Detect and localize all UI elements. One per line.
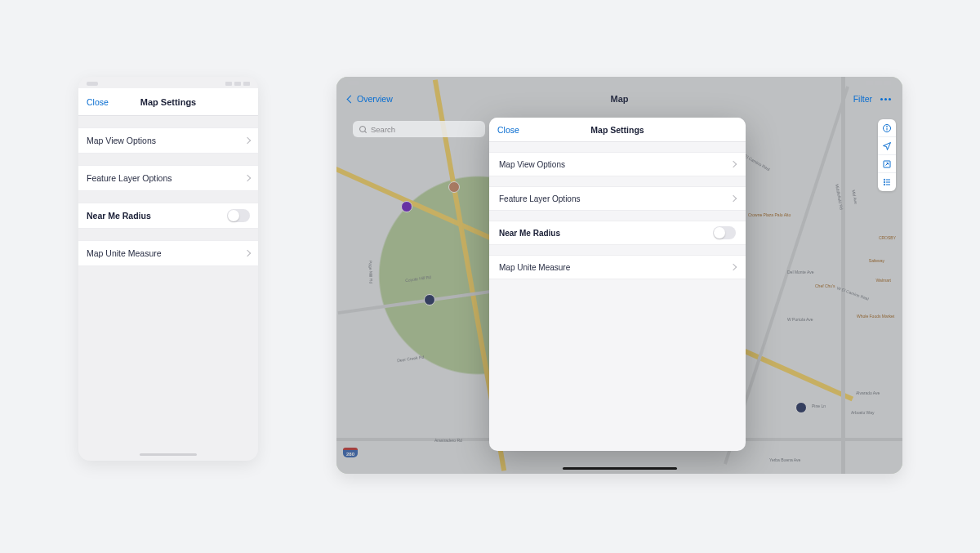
row-label: Map Unite Measure xyxy=(499,263,570,272)
chevron-right-icon xyxy=(730,195,737,202)
info-button[interactable] xyxy=(878,119,896,137)
row-label: Map View Options xyxy=(87,136,156,145)
row-near-me-radius: Near Me Radius xyxy=(489,221,746,245)
phone-frame: Close Map Settings Map View Options Feat… xyxy=(78,77,258,461)
popover-title: Map Settings xyxy=(489,125,746,135)
near-me-toggle[interactable] xyxy=(227,209,250,222)
status-indicators xyxy=(225,82,250,86)
page-title: Map xyxy=(336,94,902,104)
fullscreen-button[interactable] xyxy=(878,155,896,173)
row-label: Map View Options xyxy=(499,160,565,169)
chevron-left-icon xyxy=(347,95,355,103)
svg-point-2 xyxy=(887,126,888,127)
back-button[interactable]: Overview xyxy=(348,94,393,104)
row-map-unit-measure[interactable]: Map Unite Measure xyxy=(489,255,746,279)
phone-navbar: Close Map Settings xyxy=(78,88,258,116)
tablet-status-bar xyxy=(336,77,902,88)
svg-point-4 xyxy=(884,179,885,181)
status-time-pill xyxy=(87,82,98,86)
row-label: Near Me Radius xyxy=(499,229,560,238)
near-me-toggle[interactable] xyxy=(713,226,736,239)
row-label: Near Me Radius xyxy=(87,211,151,221)
popover-navbar: Close Map Settings xyxy=(489,118,746,142)
settings-list: Map View Options Feature Layer Options N… xyxy=(78,116,258,266)
close-button[interactable]: Close xyxy=(497,125,519,135)
filter-button[interactable]: Filter xyxy=(853,94,872,104)
search-icon xyxy=(359,126,367,133)
row-label: Feature Layer Options xyxy=(499,194,581,203)
tablet-frame: Coyote Hill Rd Deer Creek Rd Page Mill R… xyxy=(336,77,902,474)
more-icon[interactable] xyxy=(880,98,891,100)
chevron-right-icon xyxy=(730,161,737,167)
search-placeholder: Search xyxy=(371,125,395,134)
chevron-right-icon xyxy=(244,137,251,144)
search-input[interactable]: Search xyxy=(353,121,485,137)
svg-point-6 xyxy=(884,181,885,183)
status-time-pill xyxy=(348,81,359,85)
navbar-right: Filter xyxy=(853,94,891,104)
chevron-right-icon xyxy=(244,175,251,181)
row-label: Feature Layer Options xyxy=(87,173,172,183)
row-feature-layer-options[interactable]: Feature Layer Options xyxy=(489,186,746,211)
back-label: Overview xyxy=(357,94,393,104)
map-settings-popover: Close Map Settings Map View Options Feat… xyxy=(489,118,746,451)
legend-button[interactable] xyxy=(878,173,896,191)
row-label: Map Unite Measure xyxy=(87,248,162,258)
settings-list: Map View Options Feature Layer Options N… xyxy=(489,142,746,279)
row-near-me-radius: Near Me Radius xyxy=(78,203,258,229)
close-button[interactable]: Close xyxy=(87,97,109,107)
row-map-view-options[interactable]: Map View Options xyxy=(78,127,258,154)
row-map-unit-measure[interactable]: Map Unite Measure xyxy=(78,240,258,266)
map-tool-panel xyxy=(878,119,896,191)
row-map-view-options[interactable]: Map View Options xyxy=(489,152,746,176)
status-indicators xyxy=(866,81,891,85)
home-indicator xyxy=(563,467,677,470)
row-feature-layer-options[interactable]: Feature Layer Options xyxy=(78,165,258,191)
chevron-right-icon xyxy=(244,250,251,256)
home-indicator xyxy=(140,453,197,456)
chevron-right-icon xyxy=(730,264,737,270)
svg-point-8 xyxy=(884,184,885,185)
tablet-navbar: Overview Map Filter xyxy=(336,88,902,109)
locate-me-button[interactable] xyxy=(878,137,896,155)
